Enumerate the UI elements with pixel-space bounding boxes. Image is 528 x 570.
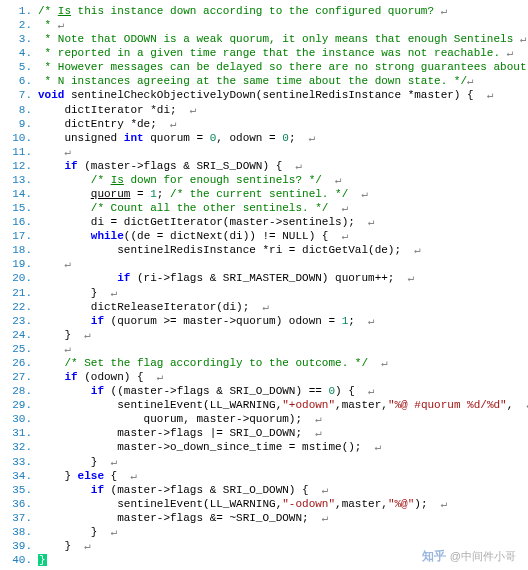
- code-token: (quorum >= master->quorum) odown =: [104, 315, 342, 327]
- code-token: Is: [58, 5, 71, 17]
- code-token: ;: [157, 188, 170, 200]
- line-content: /* Is this instance down according to th…: [38, 4, 447, 18]
- code-token: void: [38, 89, 64, 101]
- code-token: ↵: [487, 89, 494, 101]
- code-line: 28. if ((master->flags & SRI_O_DOWN) == …: [4, 384, 524, 398]
- code-line: 19. ↵: [4, 257, 524, 271]
- line-content: void sentinelCheckObjectivelyDown(sentin…: [38, 88, 494, 102]
- code-token: ↵: [157, 371, 164, 383]
- code-token: ↵: [309, 132, 316, 144]
- line-number: 9.: [4, 117, 38, 131]
- code-token: ((de = dictNext(di)) != NULL) {: [124, 230, 342, 242]
- line-number: 4.: [4, 46, 38, 60]
- line-number: 20.: [4, 271, 38, 285]
- line-content: } else { ↵: [38, 469, 137, 483]
- code-token: master->flags |= SRI_O_DOWN;: [38, 427, 315, 439]
- line-number: 34.: [4, 469, 38, 483]
- code-token: ↵: [368, 315, 375, 327]
- line-content: ↵: [38, 257, 71, 271]
- line-number: 18.: [4, 243, 38, 257]
- line-content: di = dictGetIterator(master->sentinels);…: [38, 215, 375, 229]
- code-token: ↵: [111, 526, 118, 538]
- code-line: 5. * However messages can be delayed so …: [4, 60, 524, 74]
- code-token: [38, 343, 64, 355]
- code-token: ↵: [322, 512, 329, 524]
- code-line: 10. unsigned int quorum = 0, odown = 0; …: [4, 131, 524, 145]
- code-token: else: [78, 470, 104, 482]
- code-token: ↵: [368, 385, 375, 397]
- line-content: * Note that ODOWN is a weak quorum, it o…: [38, 32, 527, 46]
- line-content: * N instances agreeing at the same time …: [38, 74, 474, 88]
- code-token: while: [91, 230, 124, 242]
- code-token: [348, 188, 361, 200]
- code-token: ↵: [170, 118, 177, 130]
- line-number: 19.: [4, 257, 38, 271]
- code-token: "%@": [388, 498, 414, 510]
- code-line: 17. while((de = dictNext(di)) != NULL) {…: [4, 229, 524, 243]
- code-line: 37. master->flags &= ~SRI_O_DOWN; ↵: [4, 511, 524, 525]
- code-token: quorum, master->quorum);: [38, 413, 315, 425]
- line-number: 21.: [4, 286, 38, 300]
- code-token: , odown =: [216, 132, 282, 144]
- code-token: [38, 357, 64, 369]
- code-token: (odown) {: [78, 371, 157, 383]
- line-number: 15.: [4, 201, 38, 215]
- code-token: [38, 371, 64, 383]
- code-token: ↵: [84, 329, 91, 341]
- line-content: if ((master->flags & SRI_O_DOWN) == 0) {…: [38, 384, 375, 398]
- code-token: (ri->flags & SRI_MASTER_DOWN) quorum++;: [130, 272, 407, 284]
- code-token: }: [38, 540, 84, 552]
- code-token: ,: [507, 399, 527, 411]
- code-token: Is: [111, 174, 124, 186]
- line-number: 6.: [4, 74, 38, 88]
- code-token: /*: [91, 174, 111, 186]
- code-line: 23. if (quorum >= master->quorum) odown …: [4, 314, 524, 328]
- code-token: ↵: [342, 230, 349, 242]
- code-line: 34. } else { ↵: [4, 469, 524, 483]
- line-number: 17.: [4, 229, 38, 243]
- code-token: ↵: [441, 498, 448, 510]
- line-content: sentinelEvent(LL_WARNING,"-odown",master…: [38, 497, 447, 511]
- line-number: 22.: [4, 300, 38, 314]
- code-token: ↵: [295, 160, 302, 172]
- code-token: }: [38, 526, 111, 538]
- line-number: 25.: [4, 342, 38, 356]
- line-number: 27.: [4, 370, 38, 384]
- code-token: /* Set the flag accordingly to the outco…: [64, 357, 368, 369]
- line-content: ↵: [38, 342, 71, 356]
- code-token: (master->flags & SRI_O_DOWN) {: [104, 484, 322, 496]
- line-number: 5.: [4, 60, 38, 74]
- code-token: }: [38, 470, 78, 482]
- code-token: ↵: [84, 540, 91, 552]
- code-token: *: [38, 19, 58, 31]
- code-token: dictIterator *di;: [38, 104, 190, 116]
- code-token: ,master,: [335, 399, 388, 411]
- line-number: 35.: [4, 483, 38, 497]
- code-token: di = dictGetIterator(master->sentinels);: [38, 216, 368, 228]
- line-number: 2.: [4, 18, 38, 32]
- code-token: ↵: [520, 33, 527, 45]
- code-token: ↵: [507, 47, 514, 59]
- code-token: [38, 146, 64, 158]
- line-content: if (master->flags & SRI_S_DOWN) { ↵: [38, 159, 302, 173]
- line-content: if (master->flags & SRI_O_DOWN) { ↵: [38, 483, 328, 497]
- code-line: 20. if (ri->flags & SRI_MASTER_DOWN) quo…: [4, 271, 524, 285]
- code-token: * reported in a given time range that th…: [38, 47, 507, 59]
- code-line: 3. * Note that ODOWN is a weak quorum, i…: [4, 32, 524, 46]
- code-line: 26. /* Set the flag accordingly to the o…: [4, 356, 524, 370]
- code-token: sentinelEvent(LL_WARNING,: [38, 399, 282, 411]
- code-line: 7.void sentinelCheckObjectivelyDown(sent…: [4, 88, 524, 102]
- code-token: if: [91, 315, 104, 327]
- line-content: sentinelRedisInstance *ri = dictGetVal(d…: [38, 243, 421, 257]
- code-token: (master->flags & SRI_S_DOWN) {: [78, 160, 296, 172]
- line-content: /* Set the flag accordingly to the outco…: [38, 356, 388, 370]
- code-line: 30. quorum, master->quorum); ↵: [4, 412, 524, 426]
- code-token: ↵: [58, 19, 65, 31]
- line-number: 36.: [4, 497, 38, 511]
- code-line: 2. * ↵: [4, 18, 524, 32]
- line-number: 33.: [4, 455, 38, 469]
- code-token: ,master,: [335, 498, 388, 510]
- code-token: );: [414, 498, 440, 510]
- code-token: ↵: [342, 202, 349, 214]
- code-token: ((master->flags & SRI_O_DOWN) ==: [104, 385, 328, 397]
